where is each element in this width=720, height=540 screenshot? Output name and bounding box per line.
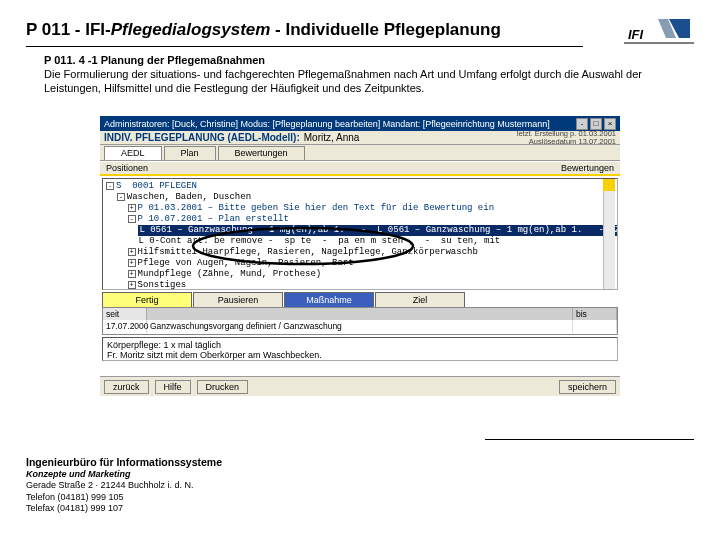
lower-tabs: Fertig Pausieren Maßnahme Ziel [102,292,618,307]
expand-icon[interactable]: - [117,193,125,201]
footer-rule [485,439,694,440]
description-body: Die Formulierung der situations- und fac… [44,68,664,96]
labels-row: Positionen Bewertungen [100,161,620,174]
footer-company: Ingenieurbüro für Informationssysteme [26,456,426,469]
window-close-button[interactable]: × [604,118,616,130]
window-minimize-button[interactable]: - [576,118,588,130]
back-button[interactable]: zurück [104,380,149,394]
save-button[interactable]: speichern [559,380,616,394]
tree-item-selected[interactable]: L 0561 – Ganzwaschung – 1 mg(en),ab 1. -… [138,225,618,236]
tab-ziel[interactable]: Ziel [375,292,465,307]
tree-panel[interactable]: -S 0001 PFLEGEN -Waschen, Baden, Duschen… [102,178,618,290]
expand-icon[interactable]: + [128,281,136,289]
grid: seit bis 17.07.2000 Ganzwaschungsvorgang… [102,307,618,335]
expand-icon[interactable]: + [128,270,136,278]
app-footer: zurück Hilfe Drucken speichern [100,376,620,396]
page-footer: Ingenieurbüro für Informationssysteme Ko… [26,456,426,514]
window-maximize-button[interactable]: □ [590,118,602,130]
description-heading: P 011. 4 -1 Planung der Pflegemaßnahmen [44,54,664,68]
grid-cell[interactable]: 17.07.2000 [103,320,147,333]
tree-item[interactable]: P 01.03.2001 – Bitte geben Sie hier den … [138,203,494,213]
description-block: P 011. 4 -1 Planung der Pflegemaßnahmen … [44,54,664,95]
footer-address: Gerade Straße 2 · 21244 Buchholz i. d. N… [26,480,426,491]
app-subtitle-label: INDIV. PFLEGEPLANUNG (AEDL-Modell): [104,132,300,143]
tab-pausieren[interactable]: Pausieren [193,292,283,307]
help-button[interactable]: Hilfe [155,380,191,394]
print-button[interactable]: Drucken [197,380,249,394]
footer-fax: Telefax (04181) 999 107 [26,503,426,514]
upper-tabs: AEDL Plan Bewertungen [100,145,620,161]
details-textbox[interactable]: Körperpflege: 1 x mal täglich Fr. Moritz… [102,337,618,361]
tree-item[interactable]: Hilfsmittel Haarpflege, Rasieren, Nagelp… [138,247,478,257]
tree-root[interactable]: S 0001 PFLEGEN [116,181,197,191]
tree-item[interactable]: Pflege von Augen, Nägeln, Rasieren, Bart [138,258,354,268]
expand-icon[interactable]: + [128,204,136,212]
app-subtitle-bar: INDIV. PFLEGEPLANUNG (AEDL-Modell): Mori… [100,131,620,145]
svg-text:IFI: IFI [628,27,644,42]
label-bewertungen: Bewertungen [561,163,614,173]
ifi-logo: IFI [624,14,694,44]
grid-header-bis[interactable]: bis [573,308,617,320]
expand-icon[interactable]: + [128,248,136,256]
tree-item[interactable]: Sonstiges [138,280,187,290]
tree-item[interactable]: Mundpflege (Zähne, Mund, Prothese) [138,269,322,279]
tree-item[interactable]: Waschen, Baden, Duschen [127,192,251,202]
tab-massnahme[interactable]: Maßnahme [284,292,374,307]
page-title: P 011 - IFI-Pflegedialogsystem - Individ… [26,20,501,40]
grid-header-seit[interactable]: seit [103,308,147,320]
grid-row[interactable]: 17.07.2000 Ganzwaschungsvorgang definier… [103,320,617,333]
tab-aedl[interactable]: AEDL [104,146,162,160]
expand-icon[interactable]: - [128,215,136,223]
grid-cell[interactable]: Ganzwaschungsvorgang definiert / Ganzwas… [147,320,573,333]
tab-fertig[interactable]: Fertig [102,292,192,307]
tab-bewertungen[interactable]: Bewertungen [218,146,305,160]
footer-subtitle: Konzepte und Marketing [26,469,426,480]
tab-plan[interactable]: Plan [164,146,216,160]
title-rule [26,46,583,47]
window-title: Administratoren: [Duck, Christine] Modus… [104,119,550,129]
collapse-icon[interactable]: - [106,182,114,190]
app-window: Administratoren: [Duck, Christine] Modus… [100,116,620,396]
label-positionen: Positionen [106,163,148,173]
footer-telephone: Telefon (04181) 999 105 [26,492,426,503]
tree-item[interactable]: L 0-Cont art: be remove - sp te - pa en … [138,236,500,246]
app-dates: letzt. Erstellung p. 01.03.2001 Auslösed… [517,130,616,145]
grid-cell[interactable] [573,320,617,333]
tree-item[interactable]: P 10.07.2001 – Plan erstellt [138,214,289,224]
tree-scrollbar[interactable] [603,179,615,289]
grid-header-main[interactable] [147,308,573,320]
app-subtitle-name: Moritz, Anna [304,132,360,143]
expand-icon[interactable]: + [128,259,136,267]
yellow-divider [100,174,620,176]
